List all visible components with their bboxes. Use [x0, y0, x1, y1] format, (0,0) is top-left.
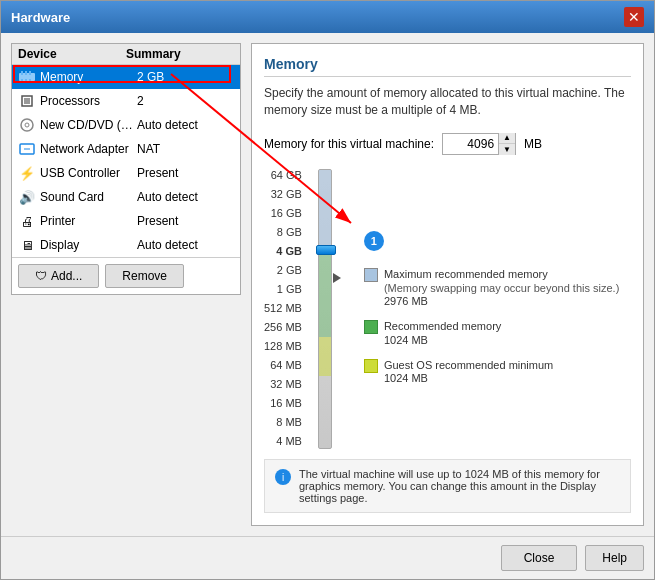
memory-section: Memory Specify the amount of memory allo…: [251, 43, 644, 526]
legend-text-recommended: Recommended memory 1024 MB: [384, 319, 501, 345]
panel-buttons: 🛡 Add... Remove: [12, 257, 240, 294]
section-title: Memory: [264, 56, 631, 77]
memory-slider[interactable]: [318, 169, 332, 449]
net-icon: [18, 140, 36, 158]
printer-icon: 🖨: [18, 212, 36, 230]
device-summary-usb: Present: [137, 166, 234, 180]
memory-input-label: Memory for this virtual machine:: [264, 137, 434, 151]
cd-icon: [18, 116, 36, 134]
memory-icon: [18, 68, 36, 86]
table-header: Device Summary: [12, 44, 240, 65]
label-8mb: 8 MB: [264, 416, 302, 428]
label-32gb: 32 GB: [264, 188, 302, 200]
slider-area: 64 GB 32 GB 16 GB 8 GB 4 GB 2 GB 1 GB 51…: [264, 169, 631, 449]
legend-color-guest: [364, 359, 378, 373]
device-summary-printer: Present: [137, 214, 234, 228]
slider-thumb[interactable]: [316, 245, 336, 255]
label-1gb: 1 GB: [264, 283, 302, 295]
hardware-window: Hardware ✕ Device Summary Memory 2: [0, 0, 655, 580]
title-bar: Hardware ✕: [1, 1, 654, 33]
device-panel: Device Summary Memory 2 GB: [11, 43, 241, 295]
device-row-sound[interactable]: 🔊 Sound Card Auto detect: [12, 185, 240, 209]
device-summary-cddvd: Auto detect: [137, 118, 234, 132]
device-row-cddvd[interactable]: New CD/DVD (… Auto detect: [12, 113, 240, 137]
svg-rect-2: [25, 71, 27, 75]
label-16mb: 16 MB: [264, 397, 302, 409]
info-icon: i: [275, 469, 291, 485]
label-64gb: 64 GB: [264, 169, 302, 181]
memory-spinner: ▲ ▼: [498, 133, 515, 155]
add-button[interactable]: 🛡 Add...: [18, 264, 99, 288]
label-4gb: 4 GB: [264, 245, 302, 257]
col-device-label: Device: [18, 47, 126, 61]
display-icon: 🖥: [18, 236, 36, 254]
device-name-sound: Sound Card: [40, 190, 137, 204]
device-row-memory[interactable]: Memory 2 GB: [12, 65, 240, 89]
device-row-display[interactable]: 🖥 Display Auto detect: [12, 233, 240, 257]
help-button[interactable]: Help: [585, 545, 644, 571]
device-name-network: Network Adapter: [40, 142, 137, 156]
label-4mb: 4 MB: [264, 435, 302, 447]
device-name-display: Display: [40, 238, 137, 252]
device-row-processors[interactable]: Processors 2: [12, 89, 240, 113]
info-text: The virtual machine will use up to 1024 …: [299, 468, 620, 504]
right-panel: Memory Specify the amount of memory allo…: [251, 43, 644, 526]
device-summary-memory: 2 GB: [137, 70, 234, 84]
device-summary-display: Auto detect: [137, 238, 234, 252]
device-name-cddvd: New CD/DVD (…: [40, 118, 137, 132]
label-512mb: 512 MB: [264, 302, 302, 314]
device-name-processors: Processors: [40, 94, 137, 108]
legend-item-guest: Guest OS recommended minimum 1024 MB: [364, 358, 631, 384]
cpu-icon: [18, 92, 36, 110]
svg-point-9: [21, 119, 33, 131]
device-list: Memory 2 GB Processors 2: [12, 65, 240, 257]
legend-item-max: Maximum recommended memory (Memory swapp…: [364, 267, 631, 308]
spin-down-button[interactable]: ▼: [499, 144, 515, 155]
svg-rect-4: [21, 79, 23, 83]
close-button[interactable]: ✕: [624, 7, 644, 27]
shield-add-icon: 🛡: [35, 269, 47, 283]
device-row-printer[interactable]: 🖨 Printer Present: [12, 209, 240, 233]
sound-icon: 🔊: [18, 188, 36, 206]
section-description: Specify the amount of memory allocated t…: [264, 85, 631, 119]
bottom-bar: Close Help: [1, 536, 654, 579]
legend-color-max: [364, 268, 378, 282]
svg-rect-1: [21, 71, 23, 75]
label-16gb: 16 GB: [264, 207, 302, 219]
legend-text-guest: Guest OS recommended minimum 1024 MB: [384, 358, 553, 384]
device-name-usb: USB Controller: [40, 166, 137, 180]
usb-icon: ⚡: [18, 164, 36, 182]
device-row-network[interactable]: Network Adapter NAT: [12, 137, 240, 161]
memory-input[interactable]: [443, 134, 498, 154]
svg-rect-3: [29, 71, 31, 75]
svg-point-10: [25, 123, 29, 127]
label-8gb: 8 GB: [264, 226, 302, 238]
device-summary-processors: 2: [137, 94, 234, 108]
memory-input-row: Memory for this virtual machine: ▲ ▼ MB: [264, 133, 631, 155]
label-2gb: 2 GB: [264, 264, 302, 276]
device-name-printer: Printer: [40, 214, 137, 228]
device-row-usb[interactable]: ⚡ USB Controller Present: [12, 161, 240, 185]
info-box: i The virtual machine will use up to 102…: [264, 459, 631, 513]
spin-up-button[interactable]: ▲: [499, 133, 515, 145]
device-name-memory: Memory: [40, 70, 137, 84]
memory-unit: MB: [524, 137, 542, 151]
annotation-badge: 1: [364, 231, 384, 251]
remove-button[interactable]: Remove: [105, 264, 184, 288]
slider-labels: 64 GB 32 GB 16 GB 8 GB 4 GB 2 GB 1 GB 51…: [264, 169, 302, 449]
memory-input-box: ▲ ▼: [442, 133, 516, 155]
label-32mb: 32 MB: [264, 378, 302, 390]
svg-rect-8: [24, 98, 30, 104]
label-128mb: 128 MB: [264, 340, 302, 352]
device-summary-sound: Auto detect: [137, 190, 234, 204]
legend-item-recommended: Recommended memory 1024 MB: [364, 319, 631, 345]
legend-text-max: Maximum recommended memory (Memory swapp…: [384, 267, 619, 308]
legend-color-recommended: [364, 320, 378, 334]
close-dialog-button[interactable]: Close: [501, 545, 578, 571]
window-title: Hardware: [11, 10, 70, 25]
label-256mb: 256 MB: [264, 321, 302, 333]
svg-rect-6: [29, 79, 31, 83]
col-summary-label: Summary: [126, 47, 234, 61]
label-64mb: 64 MB: [264, 359, 302, 371]
svg-rect-5: [25, 79, 27, 83]
